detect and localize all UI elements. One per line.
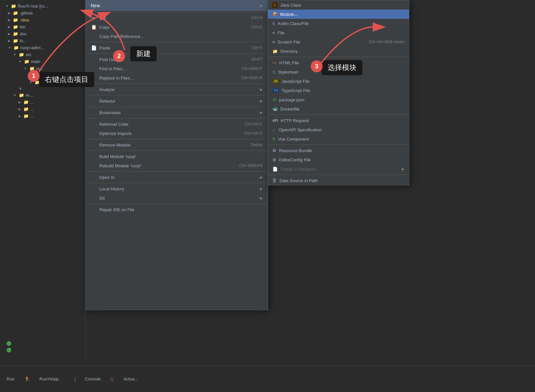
sidebar-item-re[interactable]: ▼ 📁 re... — [0, 92, 85, 99]
sidebar-item-ruoyi-admin[interactable]: ▼ 📁 ruoyi-admi... — [0, 44, 85, 51]
step-badge-3: 3 — [311, 60, 323, 72]
sidebar-item-sub4[interactable]: ▶ 📁 ... — [0, 106, 85, 113]
refactor-icon — [91, 98, 97, 104]
sidebar-item-idea[interactable]: ▶ 📁 .idea — [0, 16, 85, 23]
menu-item-find-in-files[interactable]: Find in Files... Ctrl+Shift+F — [85, 64, 268, 73]
module-icon: 📦 — [272, 12, 277, 16]
ruoyiapp-tab[interactable]: RuoYiApp — [37, 375, 61, 383]
menu-item-reformat[interactable]: Reformat Code Ctrl+Alt+L — [85, 119, 268, 129]
paste-icon: 📄 — [91, 45, 97, 51]
sidebar-item-label: bin — [20, 24, 25, 29]
submenu-item-resource-bundle[interactable]: ⚙ Resource Bundle — [268, 146, 409, 155]
menu-item-git[interactable]: Git ▶ — [85, 193, 268, 203]
menu-item-replace[interactable]: Replace in Files... Ctrl+Shift+R — [85, 73, 268, 82]
submenu-item-module[interactable]: 📦 Module... — [268, 10, 409, 19]
menu-item-label: Git — [99, 196, 105, 201]
editorconfig-icon: ⚙ — [272, 157, 276, 162]
submenu-item-label: package.json — [279, 97, 304, 102]
sidebar-item-label: .idea — [20, 17, 29, 22]
folder-icon: 📁 — [14, 45, 19, 50]
menu-item-cut[interactable]: ✂ Cut Ctrl+X — [85, 13, 268, 22]
menu-item-label: Find in Files... — [99, 66, 126, 71]
folder-icon: 📁 — [13, 38, 18, 43]
menu-item-new-label: New — [91, 3, 100, 8]
actual-tab[interactable]: Actua... — [121, 375, 141, 383]
sidebar-item-doc[interactable]: ▶ 📁 doc — [0, 30, 85, 37]
local-history-icon — [91, 186, 97, 192]
submenu-item-dockerfile[interactable]: 🐳 Dockerfile — [268, 104, 409, 114]
folder-icon: 📁 — [19, 93, 24, 98]
sidebar-item-lo[interactable]: ▶ 📁 lo... — [0, 37, 85, 44]
menu-item-rebuild-module[interactable]: Rebuild Module 'ruoyi' Ctrl+Shift+F9 — [85, 161, 268, 170]
sidebar-item-src[interactable]: ▼ 📁 src — [0, 51, 85, 58]
find-in-files-shortcut: Ctrl+Shift+F — [241, 66, 263, 71]
submenu-item-swing[interactable]: 📄 Swing UI Designer ▶ — [268, 164, 409, 174]
submenu-item-ts[interactable]: TS TypeScript File — [268, 86, 409, 95]
submenu-item-package-json[interactable]: ⚙ package.json — [268, 95, 409, 104]
menu-item-copy-path[interactable]: Copy Path/Reference... — [85, 32, 268, 41]
menu-item-optimize[interactable]: Optimize Imports Ctrl+Alt+O — [85, 129, 268, 138]
optimize-icon — [91, 130, 97, 136]
datasource-icon: 🗄 — [272, 178, 277, 183]
sidebar-item-sub5[interactable]: ▶ 📁 ... — [0, 113, 85, 119]
submenu-item-java-class[interactable]: C Java Class — [268, 0, 409, 10]
submenu-item-label: File — [278, 30, 285, 35]
submenu-item-http[interactable]: API HTTP Request — [268, 116, 409, 125]
swing-icon: 📄 — [272, 167, 278, 172]
step-number: 3 — [315, 63, 318, 70]
menu-item-repair-ide[interactable]: Repair IDE on File — [85, 205, 268, 214]
step-badge-1: 1 — [28, 70, 40, 82]
sidebar-item-main[interactable]: ▼ 📁 main — [0, 58, 85, 65]
submenu-item-kotlin[interactable]: K Kotlin Class/File — [268, 19, 409, 28]
rebuild-module-icon — [91, 163, 97, 169]
menu-item-local-history[interactable]: Local History ▶ — [85, 184, 268, 193]
find-usages-icon — [91, 56, 97, 62]
menu-item-new[interactable]: New ▶ — [85, 0, 268, 11]
menu-separator-2 — [85, 42, 268, 42]
sidebar-item-github[interactable]: ▶ 📁 .github — [0, 10, 85, 16]
menu-separator-8 — [85, 139, 268, 139]
sidebar-item-bin[interactable]: ▶ 📁 bin — [0, 23, 85, 30]
copy-icon: 📋 — [91, 24, 97, 30]
scratch-shortcut: Ctrl+Alt+Shift+Insert — [369, 40, 404, 44]
submenu-item-datasource[interactable]: 🗄 Data Source in Path — [268, 176, 409, 185]
run-tab[interactable]: Run — [4, 375, 17, 383]
run-icon: 🏃 — [24, 376, 30, 382]
copy-shortcut: Ctrl+C — [251, 25, 263, 29]
submenu-item-editorconfig[interactable]: ⚙ EditorConfig File — [268, 155, 409, 164]
menu-item-find-usages[interactable]: Find Usages Alt+F7 — [85, 55, 268, 64]
scratch-icon: ≡ — [272, 40, 275, 45]
sidebar-item-label: doc — [20, 31, 27, 36]
sidebar-item-label: re... — [26, 93, 33, 98]
menu-item-label: Copy — [99, 25, 109, 30]
menu-item-copy[interactable]: 📋 Copy Ctrl+C — [85, 22, 268, 32]
submenu-item-openapi[interactable]: ✓ OpenAPI Specification — [268, 125, 409, 134]
sidebar-item-sub3[interactable]: ▶ 📁 ... — [0, 99, 85, 106]
menu-item-paste[interactable]: 📄 Paste Ctrl+V — [85, 43, 268, 52]
submenu-item-label: OpenAPI Specification — [279, 127, 322, 132]
submenu-item-file[interactable]: ≡ File — [268, 28, 409, 37]
dockerfile-icon: 🐳 — [272, 107, 278, 112]
menu-item-label: Cut — [99, 16, 106, 20]
menu-separator-4 — [85, 83, 268, 84]
submenu-item-vue[interactable]: V Vue Component — [268, 134, 409, 144]
submenu-item-scratch[interactable]: ≡ Scratch File Ctrl+Alt+Shift+Insert — [268, 37, 409, 47]
menu-item-open-in[interactable]: Open In ▶ — [85, 173, 268, 182]
submenu-item-js[interactable]: JS JavaScript File — [268, 77, 409, 86]
open-in-arrow: ▶ — [260, 175, 263, 180]
menu-item-refactor[interactable]: Refactor ▶ — [85, 96, 268, 106]
html-icon: <> — [272, 61, 277, 65]
repair-ide-icon — [91, 207, 97, 212]
sidebar-item-java[interactable]: ▼ 📁 ja... — [0, 65, 85, 72]
menu-separator-3 — [85, 53, 268, 54]
sidebar-root-item[interactable]: ▼ 📁 RuoYi-Vue [ru... — [0, 3, 85, 10]
console-tab[interactable]: Console — [82, 375, 104, 383]
menu-separator-6 — [85, 107, 268, 107]
menu-item-analyze[interactable]: Analyze ▶ — [85, 85, 268, 94]
menu-item-remove-module[interactable]: Remove Module Delete — [85, 140, 268, 149]
local-history-arrow: ▶ — [260, 187, 263, 191]
menu-item-build-module[interactable]: Build Module 'ruoyi' — [85, 152, 268, 161]
submenu-separator-2 — [268, 114, 409, 115]
menu-item-bookmarks[interactable]: Bookmarks ▶ — [85, 108, 268, 117]
submenu-item-directory[interactable]: 📁 Directory — [268, 47, 409, 56]
